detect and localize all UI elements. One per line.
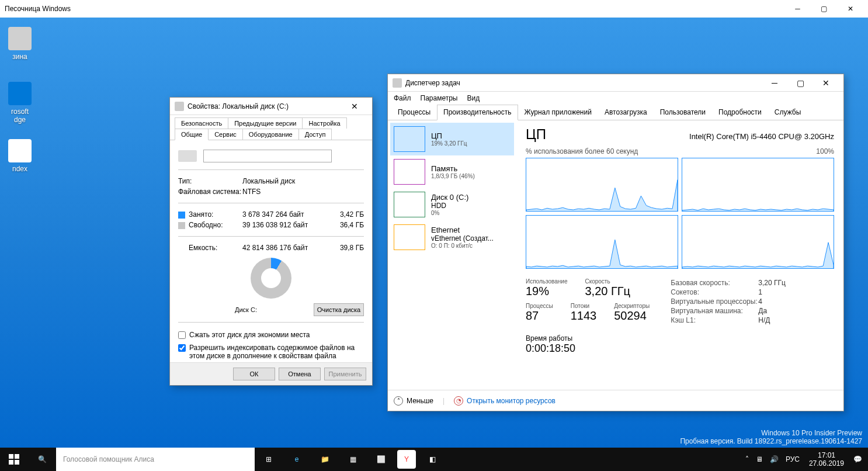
compress-checkbox[interactable]: Сжать этот диск для экономии места bbox=[178, 328, 364, 341]
task-manager-menubar: ФайлПараметрыВид bbox=[388, 92, 843, 105]
drive-properties-window: Свойства: Локальный диск (C:) ✕ Безопасн… bbox=[169, 97, 373, 386]
properties-tab[interactable]: Общие bbox=[175, 129, 209, 140]
performance-sidebar: ЦП19% 3,20 ГГцПамять1,8/3,9 ГБ (46%)Диск… bbox=[388, 120, 516, 386]
properties-tab[interactable]: Безопасность bbox=[175, 117, 228, 129]
menu-item[interactable]: Параметры bbox=[421, 94, 458, 102]
task-manager-tab[interactable]: Журнал приложений bbox=[518, 105, 598, 120]
tray-network-icon[interactable]: 🖥 bbox=[754, 455, 765, 463]
perf-sidebar-item-mem[interactable]: Память1,8/3,9 ГБ (46%) bbox=[390, 155, 514, 188]
task-manager-titlebar[interactable]: Диспетчер задач ─ ▢ ✕ bbox=[388, 74, 843, 92]
svg-rect-0 bbox=[9, 454, 13, 459]
drive-name-input[interactable] bbox=[203, 150, 332, 162]
taskbar-app3[interactable]: ◧ bbox=[418, 448, 446, 471]
cpu-chart-2 bbox=[526, 215, 678, 269]
tm-close-button[interactable]: ✕ bbox=[813, 75, 839, 91]
tm-maximize-button[interactable]: ▢ bbox=[787, 75, 813, 91]
desktop-icon[interactable]: rosoftdge bbox=[2, 82, 37, 124]
tray-notifications-icon[interactable]: 💬 bbox=[851, 455, 864, 463]
search-icon[interactable]: 🔍 bbox=[28, 448, 56, 471]
perf-sidebar-item-disk[interactable]: Диск 0 (C:)HDD0% bbox=[390, 188, 514, 221]
tray-chevron-icon[interactable]: ˄ bbox=[743, 455, 751, 463]
tm-minimize-button[interactable]: ─ bbox=[762, 75, 787, 91]
fs-label: Файловая система: bbox=[178, 188, 242, 196]
properties-tab[interactable]: Предыдущие версии bbox=[228, 117, 303, 129]
ok-button[interactable]: ОК bbox=[233, 368, 275, 380]
maximize-button[interactable]: ▢ bbox=[811, 0, 837, 18]
capacity-label: Емкость: bbox=[178, 244, 242, 252]
task-manager-title: Диспетчер задач bbox=[405, 79, 762, 87]
task-manager-icon bbox=[393, 78, 402, 88]
used-gb: 3,42 ГБ bbox=[329, 210, 364, 219]
handles-value: 50294 bbox=[614, 309, 650, 323]
type-label: Тип: bbox=[178, 177, 242, 185]
properties-tab[interactable]: Оборудование bbox=[242, 129, 299, 140]
free-swatch bbox=[178, 222, 185, 229]
chart-ylabel: 100% bbox=[816, 147, 834, 155]
perf-sidebar-item-cpu[interactable]: ЦП19% 3,20 ГГц bbox=[390, 123, 514, 155]
watermark-line1: Windows 10 Pro Insider Preview bbox=[680, 429, 862, 437]
mini-chart-icon bbox=[394, 224, 425, 250]
properties-tabs: БезопасностьПредыдущие версииНастройка О… bbox=[170, 115, 372, 140]
processes-value: 87 bbox=[526, 309, 553, 323]
cpu-speed-value: 3,20 ГГц bbox=[585, 285, 630, 298]
used-swatch bbox=[178, 212, 185, 219]
task-manager-tab[interactable]: Автозагрузка bbox=[598, 105, 654, 120]
task-manager-tab[interactable]: Службы bbox=[768, 105, 807, 120]
fewer-details-button[interactable]: ˄Меньше bbox=[394, 396, 433, 406]
used-bytes: 3 678 347 264 байт bbox=[242, 210, 329, 219]
cancel-button[interactable]: Отмена bbox=[279, 368, 321, 380]
cpu-spec: Intel(R) Core(TM) i5-4460 CPU@ 3.20GHz bbox=[689, 132, 834, 141]
task-manager-tab[interactable]: Производительность bbox=[437, 105, 518, 120]
task-manager-tab[interactable]: Процессы bbox=[391, 105, 437, 120]
disk-cleanup-button[interactable]: Очистка диска bbox=[314, 303, 364, 316]
task-view-button[interactable]: ⊞ bbox=[255, 448, 283, 471]
tray-volume-icon[interactable]: 🔊 bbox=[768, 455, 781, 463]
chevron-up-icon: ˄ bbox=[394, 396, 403, 406]
properties-close-button[interactable]: ✕ bbox=[342, 98, 367, 115]
svg-rect-3 bbox=[15, 460, 19, 465]
cpu-charts bbox=[526, 158, 834, 269]
drive-icon bbox=[175, 102, 184, 111]
desktop-icon[interactable]: зина bbox=[2, 27, 37, 61]
taskbar: 🔍 Голосовой помощник Алиса ⊞ e 📁 ▦ ⬜ Y ◧… bbox=[0, 448, 868, 471]
svg-rect-1 bbox=[15, 454, 19, 459]
mini-chart-icon bbox=[394, 192, 425, 217]
task-manager-tab[interactable]: Пользователи bbox=[654, 105, 712, 120]
properties-tab[interactable]: Настройка bbox=[302, 117, 346, 129]
mini-chart-icon bbox=[394, 159, 425, 185]
menu-item[interactable]: Файл bbox=[394, 94, 411, 102]
cpu-chart-0 bbox=[526, 158, 678, 212]
start-button[interactable] bbox=[0, 448, 28, 471]
uptime-value: 0:00:18:50 bbox=[526, 342, 650, 355]
capacity-bytes: 42 814 386 176 байт bbox=[242, 244, 329, 252]
task-manager-tab[interactable]: Подробности bbox=[712, 105, 768, 120]
disk-label: Диск C: bbox=[178, 306, 314, 313]
sandbox-titlebar: Песочница Windows ─ ▢ ✕ bbox=[0, 0, 868, 18]
index-checkbox[interactable]: Разрешить индексировать содержимое файло… bbox=[178, 341, 364, 362]
taskbar-app2[interactable]: ⬜ bbox=[367, 448, 395, 471]
perf-sidebar-item-eth[interactable]: EthernetvEthernet (Создат...О: 0 П: 0 кб… bbox=[390, 221, 514, 254]
properties-tab[interactable]: Доступ bbox=[298, 129, 332, 140]
taskbar-app1[interactable]: ▦ bbox=[339, 448, 367, 471]
type-value: Локальный диск bbox=[242, 177, 364, 185]
cpu-details: Базовая скорость:3,20 ГГцСокетов:1Виртуа… bbox=[671, 278, 786, 355]
cpu-chart-3 bbox=[682, 215, 834, 269]
open-resource-monitor-link[interactable]: ◔Открыть монитор ресурсов bbox=[454, 396, 555, 406]
taskbar-explorer[interactable]: 📁 bbox=[311, 448, 339, 471]
search-input[interactable]: Голосовой помощник Алиса bbox=[56, 448, 255, 471]
apply-button[interactable]: Применить bbox=[324, 368, 366, 380]
close-button[interactable]: ✕ bbox=[837, 0, 863, 18]
minimize-button[interactable]: ─ bbox=[784, 0, 811, 18]
desktop-icon[interactable]: ndex bbox=[2, 139, 37, 173]
tray-clock[interactable]: 17:0127.06.2019 bbox=[804, 451, 849, 468]
chart-xlabel: % использования более 60 секунд bbox=[526, 147, 638, 155]
tray-language[interactable]: РУС bbox=[783, 455, 802, 463]
properties-titlebar[interactable]: Свойства: Локальный диск (C:) ✕ bbox=[170, 98, 372, 115]
taskbar-edge[interactable]: e bbox=[283, 448, 311, 471]
menu-item[interactable]: Вид bbox=[467, 94, 480, 102]
monitor-icon: ◔ bbox=[454, 396, 463, 406]
watermark-line2: Пробная версия. Build 18922.rs_prereleas… bbox=[680, 437, 862, 445]
cpu-heading: ЦП bbox=[526, 126, 546, 143]
taskbar-yandex[interactable]: Y bbox=[397, 450, 416, 469]
properties-tab[interactable]: Сервис bbox=[208, 129, 243, 140]
